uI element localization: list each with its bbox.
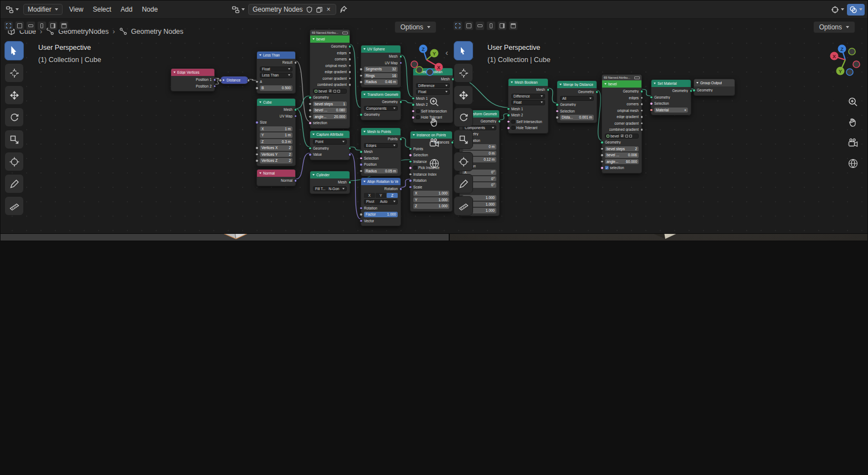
node-value-field[interactable]: Rings16: [364, 73, 398, 79]
viewport-header-toggle-icon[interactable]: [497, 21, 507, 30]
node-value-field[interactable]: Dista...0.001 m: [560, 115, 594, 120]
copy-icon[interactable]: [316, 6, 323, 13]
move-tool[interactable]: [454, 85, 473, 105]
node-uv-sphere[interactable]: UV SphereMeshUV MapSegments32Rings16Radi…: [361, 45, 401, 88]
pan-hand-icon[interactable]: [848, 117, 859, 128]
transform-tool[interactable]: [454, 152, 473, 171]
viewport-header-toggle-icon[interactable]: [475, 21, 485, 30]
node-value-field[interactable]: Segments32: [364, 67, 398, 72]
orthographic-grid-icon[interactable]: [429, 158, 440, 169]
viewport-header-toggle-icon[interactable]: [37, 21, 47, 30]
node-checkbox[interactable]: [416, 109, 420, 113]
socket-out[interactable]: [294, 115, 297, 118]
socket-out[interactable]: [640, 90, 644, 93]
fake-user-icon[interactable]: [333, 90, 336, 93]
socket-out[interactable]: [213, 78, 217, 81]
measure-tool[interactable]: [4, 196, 24, 216]
socket-in[interactable]: [650, 102, 653, 105]
socket-in[interactable]: [507, 120, 510, 124]
node-header[interactable]: Cylinder: [310, 171, 350, 178]
collapse-icon[interactable]: [363, 48, 366, 50]
pin-button[interactable]: [337, 4, 350, 15]
cursor-tool[interactable]: [4, 63, 24, 83]
collapse-icon[interactable]: [259, 54, 261, 56]
node-enum-select[interactable]: Less Than: [260, 73, 292, 78]
socket-in[interactable]: [600, 154, 604, 157]
socket-in[interactable]: [359, 213, 363, 216]
socket-in[interactable]: [600, 141, 604, 144]
options-button[interactable]: Options: [813, 21, 855, 33]
node-header[interactable]: bevel: [602, 80, 641, 88]
socket-out[interactable]: [348, 153, 352, 156]
node-enum-select[interactable]: Float: [416, 89, 450, 95]
socket-out[interactable]: [348, 147, 352, 150]
scale-tool[interactable]: [4, 130, 24, 149]
node-header[interactable]: Less Than: [257, 52, 295, 59]
socket-in[interactable]: [409, 186, 412, 189]
socket-in[interactable]: [255, 121, 259, 124]
socket-in[interactable]: [409, 179, 412, 182]
collapse-icon[interactable]: [511, 81, 513, 83]
socket-in[interactable]: [255, 86, 259, 90]
socket-in[interactable]: [412, 103, 415, 106]
socket-in[interactable]: [309, 103, 312, 106]
viewport-header-toggle-icon[interactable]: [59, 21, 69, 30]
socket-in[interactable]: [359, 113, 363, 116]
socket-in[interactable]: [359, 150, 363, 154]
socket-out[interactable]: [640, 115, 644, 119]
breadcrumb-node-tree[interactable]: Geometry Nodes: [131, 28, 183, 35]
node-value-field[interactable]: Radius0.46 m: [364, 79, 398, 85]
socket-in[interactable]: [409, 166, 412, 170]
socket-in[interactable]: [359, 74, 363, 78]
node-value-field[interactable]: X1 m: [260, 126, 292, 132]
node-enum-select[interactable]: Float: [511, 100, 545, 105]
socket-in[interactable]: [219, 79, 222, 82]
collapse-icon[interactable]: [363, 181, 366, 182]
node-header[interactable]: Edge Vertices: [171, 69, 214, 76]
node-merge-by-distance[interactable]: Merge by DistanceGeometryAllGeometrySele…: [557, 80, 597, 123]
node-tree-name-field[interactable]: Geometry Nodes ×: [248, 4, 336, 15]
node-value-field[interactable]: bevel ...0.080: [313, 108, 347, 113]
socket-in[interactable]: [556, 116, 559, 119]
node-enum-select[interactable]: Point: [313, 139, 347, 145]
socket-in[interactable]: [255, 153, 259, 156]
socket-in[interactable]: [309, 153, 312, 156]
socket-out[interactable]: [640, 128, 644, 131]
socket-out[interactable]: [294, 179, 297, 182]
socket-out[interactable]: [348, 58, 352, 61]
gizmo-x-neg[interactable]: [411, 61, 418, 68]
rotate-tool[interactable]: [4, 108, 24, 127]
menu-add[interactable]: Add: [116, 4, 137, 15]
node-header[interactable]: bevel: [310, 35, 350, 43]
gizmo-y-neg[interactable]: [849, 48, 855, 55]
viewport-header-toggle-icon[interactable]: [453, 21, 463, 30]
socket-out[interactable]: [640, 103, 644, 106]
node-value-field[interactable]: Factor1.000: [364, 212, 398, 217]
socket-out[interactable]: [399, 187, 403, 191]
socket-in[interactable]: [507, 114, 510, 117]
node-enum-select[interactable]: Float: [260, 67, 292, 72]
material-unlink-icon[interactable]: ×: [684, 108, 686, 112]
socket-in[interactable]: [255, 159, 259, 162]
node-value-field[interactable]: B0.500: [260, 85, 292, 91]
socket-in[interactable]: [255, 146, 259, 150]
close-icon[interactable]: ×: [326, 6, 332, 13]
node-checkbox[interactable]: ✓: [605, 166, 609, 170]
node-enum-select[interactable]: Edges: [364, 143, 398, 149]
node-bevel-1[interactable]: 69 Named Attribu...bevelGeometryedgescor…: [310, 29, 350, 129]
collapse-icon[interactable]: [696, 82, 698, 84]
viewport-header-toggle-icon[interactable]: [509, 21, 518, 30]
zoom-icon[interactable]: [848, 96, 859, 108]
options-button[interactable]: Options: [394, 21, 436, 33]
node-value-field[interactable]: Y1 m: [260, 132, 292, 138]
scale-tool[interactable]: [454, 130, 473, 149]
region-collapse-icon[interactable]: ‹: [445, 48, 448, 57]
fake-user-icon[interactable]: [625, 135, 628, 137]
axis-toggle[interactable]: XYZ: [364, 193, 398, 198]
node-value-field[interactable]: Y1.000: [413, 197, 449, 203]
collapse-icon[interactable]: [654, 83, 656, 84]
collapse-icon[interactable]: [413, 134, 415, 136]
menu-view[interactable]: View: [65, 4, 88, 15]
socket-in[interactable]: [409, 173, 412, 176]
navigation-gizmo[interactable]: Z Y X: [409, 42, 444, 78]
